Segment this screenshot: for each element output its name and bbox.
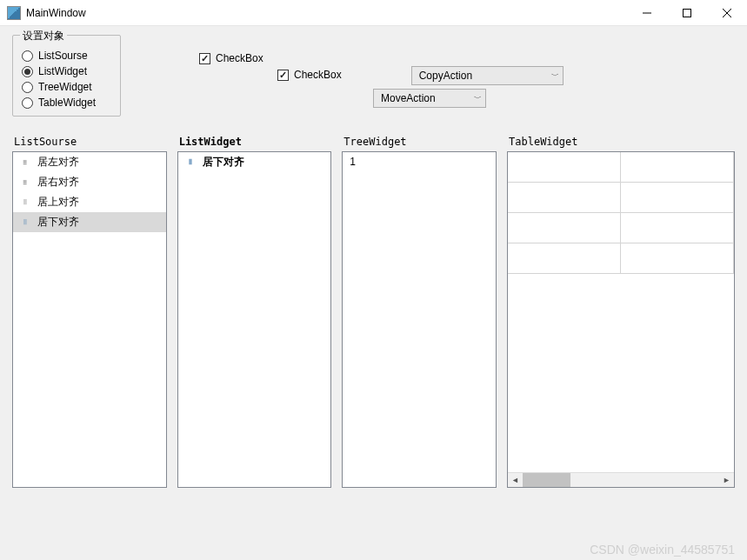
watermark: CSDN @weixin_44585751 (590, 543, 735, 557)
config-groupbox: 设置对象 ListSourse ListWidget TreeWidget Ta… (12, 35, 121, 117)
panel-label: ListWidget (177, 136, 332, 148)
radio-label: ListSourse (38, 50, 88, 62)
table-row[interactable] (508, 243, 734, 274)
list-item[interactable]: 居右对齐 (13, 172, 166, 192)
check-label: CheckBox (294, 69, 342, 81)
panel-label: ListSourse (12, 136, 167, 148)
horizontal-scrollbar[interactable]: ◄ ► (508, 472, 734, 487)
app-icon (7, 6, 21, 20)
list-item[interactable]: 居下对齐 (178, 152, 331, 172)
panel-label: TableWidget (507, 136, 735, 148)
list-item-text: 居下对齐 (203, 155, 244, 170)
radio-icon (22, 66, 33, 77)
list-item-text: 居下对齐 (37, 215, 79, 230)
combo-text: CopyAction (419, 70, 544, 82)
align-top-icon (18, 197, 32, 208)
combo-moveaction[interactable]: MoveAction ﹀ (373, 89, 486, 108)
groupbox-title: 设置对象 (20, 29, 67, 43)
panel-listsource: ListSourse 居左对齐 居右对齐 居上对齐 居下对齐 (12, 136, 167, 488)
radio-label: TableWidget (38, 97, 96, 109)
list-item-text: 居上对齐 (37, 195, 79, 210)
align-right-icon (18, 177, 32, 188)
scroll-thumb[interactable] (523, 473, 570, 487)
align-left-icon (18, 157, 32, 168)
titlebar: MainWindow (0, 0, 747, 26)
table-row[interactable] (508, 213, 734, 243)
checkbox-1[interactable]: CheckBox (199, 52, 564, 64)
close-button[interactable] (707, 0, 747, 26)
list-item-text: 居右对齐 (37, 175, 79, 190)
list-item-text: 居左对齐 (37, 155, 79, 170)
chevron-down-icon: ﹀ (551, 70, 559, 82)
listwidget-body[interactable]: 居下对齐 (177, 151, 332, 488)
radio-tablewidget[interactable]: TableWidget (22, 97, 111, 109)
check-icon (277, 70, 289, 81)
list-item[interactable]: 居左对齐 (13, 152, 166, 172)
svg-rect-1 (684, 9, 691, 17)
radio-label: ListWidget (38, 65, 87, 77)
check-label: CheckBox (216, 52, 263, 64)
combo-copyaction[interactable]: CopyAction ﹀ (411, 66, 564, 85)
tree-item[interactable]: 1 (343, 152, 496, 171)
align-bottom-icon (183, 157, 197, 168)
tablewidget-body[interactable]: ◄ ► (507, 151, 735, 488)
radio-listwidget[interactable]: ListWidget (22, 65, 111, 77)
checkbox-2[interactable]: CheckBox (277, 69, 342, 81)
tree-item-text: 1 (350, 156, 356, 168)
radio-listsource[interactable]: ListSourse (22, 50, 111, 62)
window-title: MainWindow (26, 7, 627, 19)
scroll-right-button[interactable]: ► (719, 473, 734, 488)
chevron-down-icon: ﹀ (474, 93, 482, 104)
combo-text: MoveAction (381, 92, 467, 104)
radio-treewidget[interactable]: TreeWidget (22, 81, 111, 93)
table-row[interactable] (508, 183, 734, 213)
radio-icon (22, 50, 33, 62)
minimize-button[interactable] (627, 0, 667, 26)
check-icon (199, 53, 210, 64)
panel-label: TreeWidget (342, 136, 497, 148)
scroll-left-button[interactable]: ◄ (508, 473, 523, 488)
panel-treewidget: TreeWidget 1 (342, 136, 497, 488)
table-row[interactable] (508, 152, 734, 183)
radio-icon (22, 97, 33, 109)
align-bottom-icon (18, 217, 32, 228)
treewidget-body[interactable]: 1 (342, 151, 497, 488)
panel-listwidget: ListWidget 居下对齐 (177, 136, 332, 488)
list-item[interactable]: 居下对齐 (13, 212, 166, 232)
radio-label: TreeWidget (38, 81, 92, 93)
radio-icon (22, 82, 33, 93)
maximize-button[interactable] (667, 0, 707, 26)
scroll-track[interactable] (523, 473, 719, 487)
listsource-body[interactable]: 居左对齐 居右对齐 居上对齐 居下对齐 (12, 151, 167, 488)
list-item[interactable]: 居上对齐 (13, 192, 166, 212)
panel-tablewidget: TableWidget ◄ ► (507, 136, 735, 488)
